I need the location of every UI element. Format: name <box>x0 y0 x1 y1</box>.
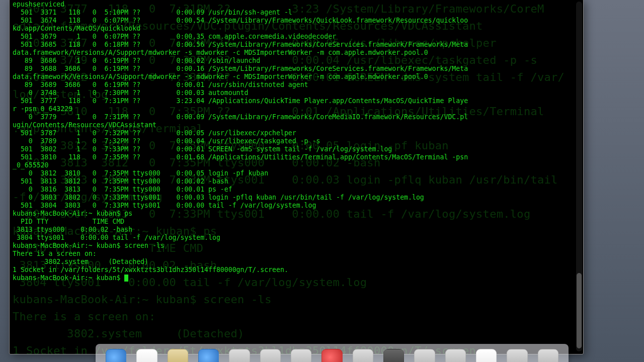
terminal-line: 501 3802 1 0 7:33PM ?? 0:00.01 SCREEN -d… <box>13 145 580 153</box>
dock-app-icon[interactable] <box>291 349 311 362</box>
terminal-line: kubans-MacBook-Air:~ kuban$ screen -ls <box>13 242 580 250</box>
dock-app-icon[interactable] <box>136 349 157 362</box>
terminal-line: PID TTY TIME CMD <box>13 218 580 226</box>
terminal-line: 89 3688 3686 0 6:19PM ?? 0:00.16 /System… <box>13 65 580 73</box>
terminal-scrollbar[interactable] <box>576 2 582 351</box>
terminal-line: 0 3779 1 0 7:31PM ?? 0:00.09 /System/Lib… <box>13 113 580 121</box>
terminal-line: 0 3803 3802 0 7:33PM ttys001 0:00.03 log… <box>13 194 580 202</box>
terminal-line: 0 3812 3810 0 7:35PM ttys000 0:00.05 log… <box>13 169 580 177</box>
terminal-line: 3804 ttys001 0:00.00 tail -f /var/log/sy… <box>13 234 580 242</box>
terminal-line: 0 3748 1 0 7:30PM ?? 0:00.03 automountd <box>13 89 580 97</box>
terminal-line: There is a screen on: <box>13 250 580 258</box>
terminal-line: kubans-MacBook-Air:~ kuban$ <box>13 274 580 282</box>
terminal-line: 501 3810 118 0 7:35PM ?? 0:01.68 /Applic… <box>13 153 580 161</box>
terminal-window[interactable]: 501 3777 118 0 7:31PM ?? 3:23 /System/Li… <box>9 0 584 354</box>
terminal-cursor <box>124 275 128 282</box>
terminal-line: 501 3674 118 0 6:07PM ?? 0:00.54 /System… <box>13 17 580 25</box>
dock-app-icon[interactable] <box>198 349 219 362</box>
dock-app-icon[interactable] <box>321 349 342 362</box>
terminal-line: 501 3371 118 0 5:10PM ?? 0:00.09 /usr/bi… <box>13 9 580 17</box>
dock-app-icon[interactable] <box>353 349 373 362</box>
terminal-line: 0 3816 3813 0 7:35PM ttys000 0:00.01 ps … <box>13 186 580 194</box>
terminal-line: 501 3679 1 0 6:07PM ?? 0:00.35 com.apple… <box>13 33 580 41</box>
terminal-line: 89 3686 1 0 6:19PM ?? 0:00.02 /sbin/laun… <box>13 57 580 65</box>
terminal-line: 3813 ttys000 0:00.02 -bash <box>13 226 580 234</box>
terminal-line: _0_655520 <box>13 161 580 169</box>
dock-app-icon[interactable] <box>383 349 404 362</box>
terminal-line: r -psn_0_643229 <box>13 105 580 113</box>
dock-app-icon[interactable] <box>260 349 281 362</box>
terminal-line: 501 3685 118 0 6:18PM ?? 0:00.56 /System… <box>13 41 580 49</box>
terminal-line: 501 3804 3803 0 7:33PM ttys001 0:00.00 t… <box>13 202 580 210</box>
terminal-line: epushserviced <box>13 1 580 9</box>
terminal-line: kd.app/Contents/MacOS/quicklookd <box>13 25 580 33</box>
dock-app-icon[interactable] <box>476 349 497 362</box>
dock-app-icon[interactable] <box>507 349 527 362</box>
terminal-line: 3802.system (Detached) <box>13 258 580 266</box>
terminal-line: 501 3813 3812 0 7:35PM ttys000 0:00.02 -… <box>13 177 580 186</box>
terminal-output[interactable]: epushserviced 501 3371 118 0 5:10PM ?? 0… <box>10 0 583 354</box>
dock-app-icon[interactable] <box>414 349 435 362</box>
dock-app-icon[interactable] <box>445 349 466 362</box>
terminal-scroll-thumb[interactable] <box>577 273 582 348</box>
terminal-line: 501 3777 118 0 7:31PM ?? 3:23.04 /Applic… <box>13 97 580 105</box>
dock-app-icon[interactable] <box>229 349 250 362</box>
terminal-line: data.framework/Versions/A/Support/mdwork… <box>13 73 580 81</box>
terminal-line: 1 Socket in /var/folders/5t/xwxktzts3bl1… <box>13 266 580 274</box>
desktop: 501 3777 118 0 7:31PM ?? 3:23 /System/Li… <box>0 0 644 362</box>
terminal-line: 501 3787 1 0 7:32PM ?? 0:00.05 /usr/libe… <box>13 129 580 137</box>
terminal-line: 0 3789 1 0 7:32PM ?? 0:00.04 /usr/libexe… <box>13 137 580 145</box>
terminal-line: data.framework/Versions/A/Support/mdwork… <box>13 49 580 57</box>
dock-app-icon[interactable] <box>106 349 126 362</box>
dock-app-icon[interactable] <box>168 349 188 362</box>
terminal-line: kubans-MacBook-Air:~ kuban$ ps <box>13 210 580 218</box>
dock-app-icon[interactable] <box>538 349 558 362</box>
terminal-line: ugin/Contents/Resources/VDCAssistant <box>13 121 580 129</box>
dock[interactable] <box>96 344 569 362</box>
terminal-line: 89 3689 3686 0 6:19PM ?? 0:00.01 /usr/sb… <box>13 81 580 89</box>
